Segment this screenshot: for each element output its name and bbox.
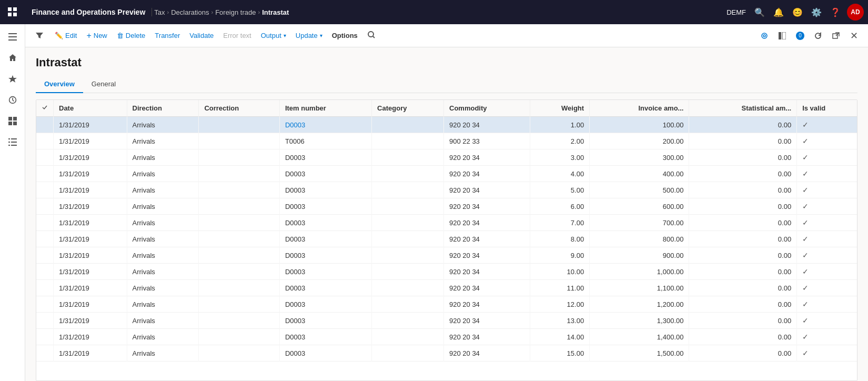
search-action-icon[interactable] [367,31,376,39]
table-row[interactable]: 1/31/2019ArrivalsD0003920 20 341.00100.0… [36,117,857,133]
close-icon[interactable]: ✕ [846,28,862,44]
cell-commodity: 900 22 33 [444,133,530,149]
table-row[interactable]: 1/31/2019ArrivalsD0003920 20 345.00500.0… [36,182,857,198]
action-bar: ✏️ Edit + New 🗑 Delete Transfer Validate… [25,24,868,47]
row-check[interactable] [36,296,54,313]
cell-commodity: 920 20 34 [444,166,530,182]
breadcrumb: Tax › Declarations › Foreign trade › Int… [154,8,289,16]
col-statistical-am[interactable]: Statistical am... [689,100,797,117]
cell-correction [199,198,279,215]
row-check[interactable] [36,329,54,345]
row-check[interactable] [36,149,54,166]
options-label: Options [332,32,358,39]
filter-button[interactable] [32,29,47,42]
svg-rect-5 [8,36,17,37]
table-row[interactable]: 1/31/2019ArrivalsD0003920 20 3411.001,10… [36,280,857,296]
env-label: DEMF [726,8,746,16]
tab-overview[interactable]: Overview [36,76,83,93]
row-check[interactable] [36,215,54,231]
output-chevron-icon: ▾ [284,33,286,38]
row-check[interactable] [36,247,54,264]
error-text-button[interactable]: Error text [219,29,255,42]
notifications-icon[interactable]: 🔔 [771,5,786,19]
table-row[interactable]: 1/31/2019ArrivalsT0006900 22 332.00200.0… [36,133,857,149]
validate-label: Validate [189,32,214,39]
refresh-icon[interactable] [810,28,826,44]
svg-rect-4 [8,33,17,34]
row-check[interactable] [36,264,54,280]
row-check[interactable] [36,345,54,362]
col-correction[interactable]: Correction [199,100,279,117]
row-check[interactable] [36,166,54,182]
svg-rect-16 [8,145,10,146]
col-is-valid[interactable]: Is valid [797,100,857,117]
breadcrumb-declarations[interactable]: Declarations [171,8,209,16]
chat-icon[interactable]: 😊 [790,5,805,19]
cell-correction [199,182,279,198]
col-commodity[interactable]: Commodity [444,100,530,117]
col-item-number[interactable]: Item number [279,100,371,117]
options-button[interactable]: Options [328,29,362,42]
user-avatar[interactable]: AD [847,4,864,21]
validate-button[interactable]: Validate [185,29,218,42]
table-row[interactable]: 1/31/2019ArrivalsD0003920 20 3414.001,40… [36,329,857,345]
cell-category [372,133,444,149]
table-row[interactable]: 1/31/2019ArrivalsD0003920 20 3415.001,50… [36,345,857,362]
table-row[interactable]: 1/31/2019ArrivalsD0003920 20 349.00900.0… [36,247,857,264]
sidebar-favorites-icon[interactable] [3,69,22,88]
cell-item-number: D0003 [279,280,371,296]
open-new-window-icon[interactable] [828,28,844,44]
breadcrumb-tax[interactable]: Tax [154,8,165,16]
row-check[interactable] [36,280,54,296]
split-view-icon[interactable] [774,28,790,44]
row-check[interactable] [36,198,54,215]
row-check[interactable] [36,231,54,247]
table-row[interactable]: 1/31/2019ArrivalsD0003920 20 3413.001,30… [36,313,857,329]
cell-direction: Arrivals [127,198,199,215]
sidebar-home-icon[interactable] [3,48,22,67]
breadcrumb-intrastat[interactable]: Intrastat [262,8,289,16]
cell-is-valid: ✓ [797,215,857,231]
sidebar-workspaces-icon[interactable] [3,112,22,131]
table-row[interactable]: 1/31/2019ArrivalsD0003920 20 3410.001,00… [36,264,857,280]
sidebar-menu-icon[interactable] [3,27,22,46]
row-check[interactable] [36,133,54,149]
tab-general[interactable]: General [83,76,124,93]
col-direction[interactable]: Direction [127,100,199,117]
personalize-icon[interactable] [756,28,772,44]
col-invoice-amo[interactable]: Invoice amo... [590,100,689,117]
app-grid-icon[interactable] [4,4,21,21]
table-row[interactable]: 1/31/2019ArrivalsD0003920 20 344.00400.0… [36,166,857,182]
cell-category [372,264,444,280]
table-row[interactable]: 1/31/2019ArrivalsD0003920 20 343.00300.0… [36,149,857,166]
breadcrumb-foreign-trade[interactable]: Foreign trade [215,8,256,16]
cell-invoice-amo: 1,400.00 [590,329,689,345]
col-category[interactable]: Category [372,100,444,117]
settings-icon[interactable]: ⚙️ [809,5,824,19]
search-nav-icon[interactable]: 🔍 [752,5,767,19]
new-button[interactable]: + New [82,28,111,43]
cell-statistical-am: 0.00 [689,280,797,296]
table-row[interactable]: 1/31/2019ArrivalsD0003920 20 348.00800.0… [36,231,857,247]
table-row[interactable]: 1/31/2019ArrivalsD0003920 20 3412.001,20… [36,296,857,313]
help-icon[interactable]: ❓ [828,5,843,19]
sidebar-list-icon[interactable] [3,133,22,152]
sidebar-recent-icon[interactable] [3,91,22,109]
row-check[interactable] [36,313,54,329]
row-check[interactable] [36,182,54,198]
output-button[interactable]: Output ▾ [257,29,290,42]
cell-category [372,247,444,264]
svg-rect-8 [8,117,12,121]
update-button[interactable]: Update ▾ [291,29,327,42]
row-check[interactable] [36,117,54,133]
cell-category [372,345,444,362]
table-row[interactable]: 1/31/2019ArrivalsD0003920 20 347.00700.0… [36,215,857,231]
table-row[interactable]: 1/31/2019ArrivalsD0003920 20 346.00600.0… [36,198,857,215]
col-date[interactable]: Date [54,100,127,117]
edit-button[interactable]: ✏️ Edit [51,29,81,42]
transfer-button[interactable]: Transfer [150,29,184,42]
cell-category [372,182,444,198]
delete-button[interactable]: 🗑 Delete [113,29,150,42]
col-weight[interactable]: Weight [530,100,589,117]
cell-date: 1/31/2019 [54,198,127,215]
